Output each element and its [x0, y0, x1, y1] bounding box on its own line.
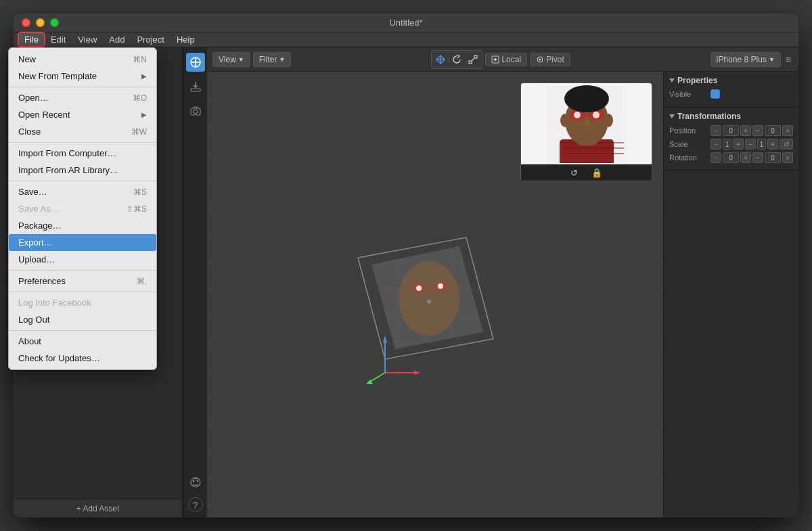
menu-preferences[interactable]: Preferences ⌘,	[9, 273, 156, 290]
position-minus-x[interactable]: −	[710, 125, 721, 136]
menu-import-ar[interactable]: Import From AR Library…	[9, 162, 156, 179]
position-minus-y[interactable]: −	[752, 125, 763, 136]
svg-point-22	[438, 283, 443, 289]
filter-button[interactable]: Filter ▼	[253, 52, 292, 67]
select-tool[interactable]	[186, 53, 205, 72]
maximize-button[interactable]	[50, 18, 59, 27]
menu-edit[interactable]: Edit	[45, 33, 71, 46]
menu-new[interactable]: New ⌘N	[9, 51, 156, 68]
menu-close[interactable]: Close ⌘W	[9, 123, 156, 140]
pivot-tag[interactable]: Pivot	[530, 53, 570, 66]
position-x-value[interactable]: 0	[723, 125, 739, 136]
menu-upload[interactable]: Upload…	[9, 251, 156, 268]
rotate-tool[interactable]	[449, 52, 464, 67]
viewport-toolbar: View ▼ Filter ▼	[207, 47, 798, 72]
center-column: View ▼ Filter ▼	[207, 47, 798, 517]
menu-view[interactable]: View	[72, 33, 102, 46]
svg-point-8	[196, 480, 198, 482]
menu-open[interactable]: Open… ⌘O	[9, 89, 156, 106]
svg-point-5	[194, 110, 198, 114]
menu-add[interactable]: Add	[104, 33, 130, 46]
add-asset-button[interactable]: + Add Asset	[14, 499, 182, 517]
visible-checkbox[interactable]	[710, 89, 720, 99]
menu-new-from-template[interactable]: New From Template ▶	[9, 68, 156, 85]
svg-point-18	[399, 261, 459, 336]
menu-export[interactable]: Export…	[9, 234, 156, 251]
svg-point-39	[604, 114, 613, 127]
menu-project[interactable]: Project	[131, 33, 169, 46]
scale-plus-x[interactable]: +	[733, 139, 744, 149]
rotation-plus-x[interactable]: +	[740, 152, 751, 163]
viewport-grid: ↺ 🔒	[207, 72, 663, 517]
svg-rect-9	[469, 61, 472, 64]
menu-separator	[9, 142, 156, 143]
scale-reset[interactable]: ↺	[780, 139, 793, 149]
camera-tool[interactable]	[186, 101, 205, 120]
rotation-y-value[interactable]: 0	[765, 152, 781, 163]
minimize-button[interactable]	[36, 18, 45, 27]
window-title: Untitled*	[389, 18, 422, 28]
svg-point-7	[192, 480, 194, 482]
viewport[interactable]: ↺ 🔒	[207, 72, 663, 517]
svg-point-41	[574, 112, 581, 118]
scale-y-value[interactable]: 1	[757, 139, 766, 149]
titlebar: Untitled*	[14, 14, 798, 32]
scale-x-value[interactable]: 1	[723, 139, 731, 149]
svg-rect-10	[474, 55, 477, 58]
move-tool[interactable]	[433, 52, 448, 67]
hamburger-menu[interactable]: ≡	[784, 52, 793, 67]
rotation-plus-y[interactable]: +	[782, 152, 793, 163]
view-button[interactable]: View ▼	[212, 52, 250, 67]
debug-tool[interactable]	[186, 473, 205, 492]
menu-save[interactable]: Save… ⌘S	[9, 183, 156, 200]
scale-plus-y[interactable]: +	[767, 139, 778, 149]
position-row: Position − 0 + − 0 +	[669, 125, 793, 136]
submenu-arrow: ▶	[141, 72, 147, 80]
position-plus-y[interactable]: +	[782, 125, 793, 136]
chevron-down-icon: ▼	[279, 56, 285, 63]
properties-header: Properties	[669, 76, 793, 85]
menu-log-into-facebook[interactable]: Log Into Facebook	[9, 294, 156, 311]
scale-tool[interactable]	[466, 52, 480, 67]
menu-save-as[interactable]: Save As… ⇧⌘S	[9, 200, 156, 217]
menu-log-out[interactable]: Log Out	[9, 311, 156, 328]
rotation-minus-y[interactable]: −	[752, 152, 763, 163]
menu-file[interactable]: File	[19, 33, 44, 46]
svg-point-13	[494, 58, 497, 61]
rotation-minus-x[interactable]: −	[710, 152, 721, 163]
svg-point-21	[416, 285, 422, 291]
svg-marker-27	[383, 336, 387, 342]
preview-face-svg	[546, 85, 627, 163]
svg-point-15	[539, 58, 541, 60]
menu-separator	[9, 270, 156, 271]
device-selector[interactable]: iPhone 8 Plus ▼	[710, 52, 781, 67]
help-tool[interactable]: ?	[188, 497, 203, 512]
preview-image	[521, 83, 652, 164]
scale-controls: − 1 + − 1 + ↺	[710, 139, 793, 149]
transformations-section: Transformations Position − 0 + − 0 +	[664, 108, 798, 170]
local-tag[interactable]: Local	[485, 53, 527, 66]
transform-tools	[431, 50, 482, 69]
scale-minus-x[interactable]: −	[710, 139, 721, 149]
scale-minus-y[interactable]: −	[745, 139, 756, 149]
menu-about[interactable]: About	[9, 333, 156, 350]
menu-open-recent[interactable]: Open Recent ▶	[9, 106, 156, 123]
chevron-down-icon: ▼	[238, 56, 244, 63]
close-button[interactable]	[22, 18, 30, 27]
position-y-value[interactable]: 0	[765, 125, 781, 136]
position-plus-x[interactable]: +	[740, 125, 751, 136]
menu-separator	[9, 181, 156, 181]
preview-lock-btn[interactable]: 🔒	[591, 168, 602, 178]
menu-check-updates[interactable]: Check for Updates…	[9, 350, 156, 367]
rotation-row: Rotation − 0 + − 0 +	[669, 152, 793, 163]
collapse-triangle[interactable]	[669, 78, 675, 83]
preview-refresh-btn[interactable]: ↺	[570, 168, 578, 178]
rotation-x-value[interactable]: 0	[723, 152, 739, 163]
chevron-down-icon: ▼	[769, 56, 775, 63]
menu-help[interactable]: Help	[171, 33, 200, 46]
upload-tool[interactable]	[186, 77, 205, 96]
menu-separator	[9, 87, 156, 87]
menu-import-computer[interactable]: Import From Computer…	[9, 145, 156, 162]
menu-package[interactable]: Package…	[9, 217, 156, 234]
collapse-triangle[interactable]	[669, 114, 675, 118]
